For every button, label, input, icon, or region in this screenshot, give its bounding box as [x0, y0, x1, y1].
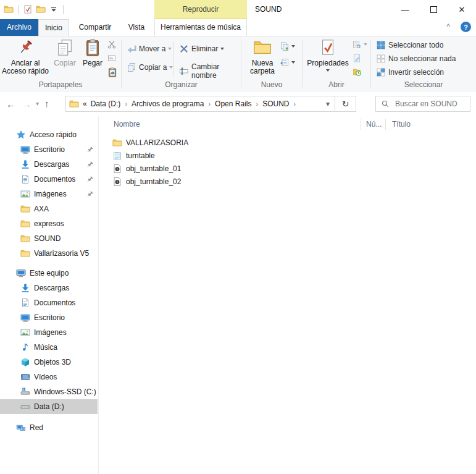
file-row[interactable]: obj_turntable_02: [99, 175, 476, 188]
select-all-button[interactable]: Seleccionar todo: [376, 40, 443, 50]
svg-text:W: W: [109, 56, 113, 60]
sidebar-item-imagenes[interactable]: Imágenes: [0, 187, 98, 201]
sidebar-item-descargas[interactable]: Descargas: [0, 157, 98, 172]
sidebar-item-axa[interactable]: AXA: [0, 201, 98, 216]
select-none-icon: [376, 54, 386, 64]
folder-icon[interactable]: [36, 4, 46, 14]
tab-compartir[interactable]: Compartir: [73, 19, 117, 36]
breadcrumb-separator-icon[interactable]: ›: [125, 100, 127, 108]
sidebar-item-escritorio[interactable]: Escritorio: [0, 142, 98, 157]
file-row[interactable]: obj_turntable_01: [99, 162, 476, 175]
customize-toolbar-arrow-icon[interactable]: [49, 4, 59, 14]
sidebar-item-descargas[interactable]: Descargas: [0, 281, 98, 295]
tab-herramientas-de-musica[interactable]: Herramientas de música: [154, 19, 247, 36]
media-file-icon: [112, 177, 122, 187]
select-none-button[interactable]: No seleccionar nada: [376, 54, 456, 64]
title-bar: Reproducir SOUND — ✕: [0, 0, 476, 19]
breadcrumb-truncation[interactable]: «: [83, 99, 87, 108]
refresh-icon[interactable]: ↻: [335, 99, 356, 109]
sidebar-item-documentos[interactable]: Documentos: [0, 172, 98, 187]
new-folder-button[interactable]: Nueva carpeta: [246, 38, 278, 75]
sidebar-item-windows-ssd[interactable]: Windows-SSD (C:): [0, 384, 98, 399]
minimize-button[interactable]: —: [391, 0, 419, 19]
network-icon: [16, 423, 26, 433]
back-icon[interactable]: ←: [6, 99, 15, 109]
address-bar[interactable]: « Data (D:) › Archivos de programa › Ope…: [65, 96, 356, 112]
sidebar-item-escritorio[interactable]: Escritorio: [0, 310, 98, 325]
up-icon[interactable]: ↑: [44, 98, 49, 109]
3d-objects-icon: [20, 357, 30, 367]
rename-button[interactable]: Cambiar nombre: [179, 62, 241, 80]
properties-check-icon[interactable]: [23, 4, 33, 14]
breadcrumb-segment[interactable]: SOUND: [262, 99, 289, 108]
sidebar-section-quick-access[interactable]: Acceso rápido: [0, 127, 98, 142]
copy-to-button[interactable]: Copiar a: [127, 62, 173, 72]
open-with-button[interactable]: [352, 40, 367, 49]
window-controls: — ✕: [391, 0, 476, 19]
sidebar-item-musica[interactable]: Música: [0, 340, 98, 355]
sidebar-item-vallarizasoria-v5[interactable]: Vallarizasoria V5: [0, 246, 98, 261]
search-box[interactable]: [375, 96, 470, 112]
delete-button[interactable]: Eliminar: [179, 44, 224, 54]
this-pc-icon: [16, 268, 26, 278]
maximize-button[interactable]: [419, 0, 448, 19]
group-label: Nuevo: [241, 80, 302, 89]
breadcrumb-separator-icon[interactable]: ›: [294, 100, 296, 108]
move-to-button[interactable]: Mover a: [127, 44, 172, 54]
tab-vista[interactable]: Vista: [121, 19, 152, 36]
edit-icon: [352, 53, 362, 63]
sidebar-section-red[interactable]: Red: [0, 420, 98, 435]
contextual-tab-group-reproducir[interactable]: Reproducir: [154, 0, 247, 19]
column-header-titulo[interactable]: Título: [385, 119, 476, 130]
sidebar-item-data-d-selected[interactable]: Data (D:): [0, 399, 98, 414]
breadcrumb-segment[interactable]: Open Rails: [215, 99, 251, 108]
pin-to-quick-access-button[interactable]: Anclar al Acceso rápido: [1, 38, 49, 75]
sidebar-item-videos[interactable]: Vídeos: [0, 370, 98, 384]
new-item-button[interactable]: [280, 41, 295, 51]
sidebar-item-imagenes[interactable]: Imágenes: [0, 325, 98, 340]
easy-access-button[interactable]: [280, 57, 295, 67]
search-input[interactable]: [394, 99, 470, 109]
copy-path-button[interactable]: W: [107, 53, 117, 63]
help-icon[interactable]: ?: [461, 22, 471, 32]
sidebar-item-objetos-3d[interactable]: Objetos 3D: [0, 355, 98, 370]
dropdown-caret-icon: [291, 45, 295, 48]
file-row[interactable]: turntable: [99, 149, 476, 162]
paste-shortcut-button[interactable]: [107, 67, 118, 78]
copy-button[interactable]: Copiar: [51, 38, 79, 67]
pin-icon: [16, 38, 35, 57]
forward-icon[interactable]: →: [22, 99, 31, 109]
close-button[interactable]: ✕: [448, 0, 476, 19]
sidebar-section-este-equipo[interactable]: Este equipo: [0, 266, 98, 281]
paste-button[interactable]: Pegar: [80, 38, 106, 67]
breadcrumb-separator-icon[interactable]: ›: [256, 100, 258, 108]
location-folder-icon: [69, 99, 79, 109]
dropdown-caret-icon: [169, 66, 173, 69]
tab-archivo[interactable]: Archivo: [0, 19, 38, 36]
paste-icon: [83, 38, 102, 57]
breadcrumb-segment[interactable]: Archivos de programa: [132, 99, 204, 108]
sidebar-item-expresos[interactable]: expresos: [0, 216, 98, 231]
sidebar-item-documentos[interactable]: Documentos: [0, 295, 98, 310]
history-button[interactable]: [352, 67, 362, 77]
file-row[interactable]: VALLARIZASORIA: [99, 136, 476, 149]
properties-button[interactable]: Propiedades: [307, 38, 348, 72]
breadcrumb-segment[interactable]: Data (D:): [91, 99, 121, 108]
cut-button[interactable]: [107, 40, 117, 49]
sidebar-item-sound[interactable]: SOUND: [0, 231, 98, 246]
column-header-numero[interactable]: Nú...: [361, 119, 385, 130]
quick-access-star-icon: [16, 130, 26, 140]
toolbar-separator: [18, 5, 19, 14]
column-header-nombre[interactable]: Nombre: [99, 120, 361, 129]
history-dropdown-icon[interactable]: ▾: [36, 100, 39, 107]
address-dropdown-icon[interactable]: ▾: [326, 99, 330, 108]
folder-icon[interactable]: [4, 4, 14, 14]
edit-button[interactable]: [352, 53, 362, 63]
main-area: Acceso rápido Escritorio Descargas Docum…: [0, 116, 476, 474]
collapse-ribbon-icon[interactable]: ^: [443, 22, 454, 33]
invert-selection-button[interactable]: Invertir selección: [376, 67, 444, 77]
breadcrumb-separator-icon[interactable]: ›: [208, 100, 211, 108]
desktop-icon: [20, 145, 30, 154]
tab-inicio[interactable]: Inicio: [38, 19, 69, 36]
folder-icon: [20, 204, 30, 214]
